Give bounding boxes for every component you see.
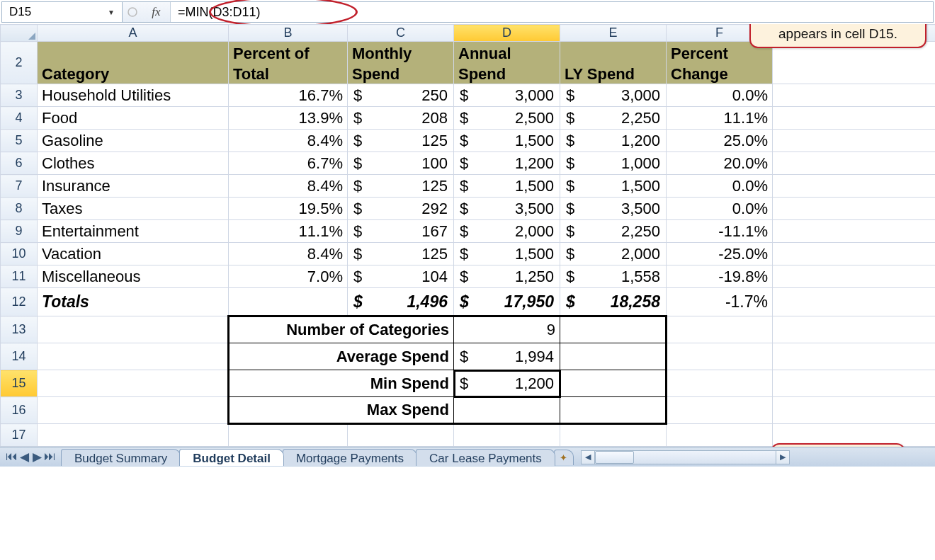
cell-E15[interactable] <box>560 370 667 397</box>
cell-A16[interactable] <box>38 397 229 424</box>
row-header-2[interactable]: 2 <box>1 42 38 84</box>
cell-G7[interactable] <box>773 175 936 198</box>
cell-G15[interactable] <box>773 370 936 397</box>
row-header-11[interactable]: 11 <box>1 265 38 288</box>
cell-A12[interactable]: Totals <box>38 288 229 316</box>
sheet-tab-budget-summary[interactable]: Budget Summary <box>61 449 181 466</box>
cell-A7[interactable]: Insurance <box>38 175 229 198</box>
cell-BC16[interactable]: Max Spend <box>229 397 454 424</box>
cell-A5[interactable]: Gasoline <box>38 130 229 152</box>
cell-B4[interactable]: 13.9% <box>229 107 348 130</box>
select-all-corner[interactable] <box>1 25 38 42</box>
cell-F7[interactable]: 0.0% <box>667 175 773 198</box>
cell-E13[interactable] <box>560 316 667 343</box>
cell-B8[interactable]: 19.5% <box>229 198 348 220</box>
cell-D15[interactable]: $1,200 <box>454 370 560 397</box>
cell-G4[interactable] <box>773 107 936 130</box>
cell-C2-top[interactable]: Monthly <box>348 42 454 63</box>
cell-D8[interactable]: $3,500 <box>454 198 560 220</box>
cell-F16[interactable] <box>667 397 773 424</box>
col-header-B[interactable]: B <box>229 25 348 42</box>
row-header-12[interactable]: 12 <box>1 288 38 316</box>
name-box-dropdown-icon[interactable]: ▼ <box>108 8 115 16</box>
cell-D9[interactable]: $2,000 <box>454 220 560 243</box>
tab-nav-prev-icon[interactable]: ◀ <box>18 450 30 464</box>
cell-F8[interactable]: 0.0% <box>667 198 773 220</box>
cell-B9[interactable]: 11.1% <box>229 220 348 243</box>
name-box[interactable]: D15 ▼ <box>2 2 123 22</box>
cell-B6[interactable]: 6.7% <box>229 152 348 175</box>
cell-D2-bot[interactable]: Spend <box>454 63 560 84</box>
cell-A14[interactable] <box>38 343 229 370</box>
row-header-8[interactable]: 8 <box>1 198 38 220</box>
cell-G10[interactable] <box>773 243 936 265</box>
cell-D16[interactable] <box>454 397 560 424</box>
cell-F9[interactable]: -11.1% <box>667 220 773 243</box>
cell-C17[interactable] <box>348 424 454 447</box>
cell-G8[interactable] <box>773 198 936 220</box>
cell-A3[interactable]: Household Utilities <box>38 84 229 107</box>
hscroll-left-icon[interactable]: ◀ <box>581 450 595 464</box>
tab-nav-first-icon[interactable]: ⏮ <box>6 450 17 464</box>
cell-G11[interactable] <box>773 265 936 288</box>
cell-C8[interactable]: $292 <box>348 198 454 220</box>
cell-F11[interactable]: -19.8% <box>667 265 773 288</box>
cell-C7[interactable]: $125 <box>348 175 454 198</box>
cell-B2-bot[interactable]: Total <box>229 63 348 84</box>
cell-G16[interactable] <box>773 397 936 424</box>
new-sheet-button[interactable]: ✦ <box>554 450 574 465</box>
cell-A6[interactable]: Clothes <box>38 152 229 175</box>
cell-B7[interactable]: 8.4% <box>229 175 348 198</box>
sheet-tab-car-lease-payments[interactable]: Car Lease Payments <box>416 449 555 466</box>
cell-G13[interactable] <box>773 316 936 343</box>
row-header-13[interactable]: 13 <box>1 316 38 343</box>
row-header-9[interactable]: 9 <box>1 220 38 243</box>
tab-nav-next-icon[interactable]: ▶ <box>31 450 42 464</box>
cell-D6[interactable]: $1,200 <box>454 152 560 175</box>
cell-A10[interactable]: Vacation <box>38 243 229 265</box>
cell-C5[interactable]: $125 <box>348 130 454 152</box>
cell-G3[interactable] <box>773 84 936 107</box>
cell-E2-bot[interactable]: LY Spend <box>560 63 667 84</box>
cell-D13[interactable]: 9 <box>454 316 560 343</box>
cell-B11[interactable]: 7.0% <box>229 265 348 288</box>
row-header-5[interactable]: 5 <box>1 130 38 152</box>
cell-D2-top[interactable]: Annual <box>454 42 560 63</box>
cell-BC15[interactable]: Min Spend <box>229 370 454 397</box>
cell-E7[interactable]: $1,500 <box>560 175 667 198</box>
col-header-C[interactable]: C <box>348 25 454 42</box>
cell-E3[interactable]: $3,000 <box>560 84 667 107</box>
formula-input[interactable]: =MIN(D3:D11) <box>171 2 933 22</box>
cell-E4[interactable]: $2,250 <box>560 107 667 130</box>
cancel-formula-icon[interactable] <box>123 2 142 22</box>
hscroll-right-icon[interactable]: ▶ <box>776 450 790 464</box>
row-header-3[interactable]: 3 <box>1 84 38 107</box>
cell-D14[interactable]: $1,994 <box>454 343 560 370</box>
cell-G14[interactable] <box>773 343 936 370</box>
cell-C6[interactable]: $100 <box>348 152 454 175</box>
cell-B12[interactable] <box>229 288 348 316</box>
cell-D7[interactable]: $1,500 <box>454 175 560 198</box>
hscroll-thumb[interactable] <box>595 451 634 464</box>
spreadsheet-grid[interactable]: A B C D E F G 2 Category Percent of Mont… <box>0 24 935 447</box>
cell-E9[interactable]: $2,250 <box>560 220 667 243</box>
cell-A9[interactable]: Entertainment <box>38 220 229 243</box>
cell-E12[interactable]: $18,258 <box>560 288 667 316</box>
row-header-10[interactable]: 10 <box>1 243 38 265</box>
row-header-6[interactable]: 6 <box>1 152 38 175</box>
cell-B3[interactable]: 16.7% <box>229 84 348 107</box>
cell-F3[interactable]: 0.0% <box>667 84 773 107</box>
cell-A8[interactable]: Taxes <box>38 198 229 220</box>
cell-C2-bot[interactable]: Spend <box>348 63 454 84</box>
cell-C3[interactable]: $250 <box>348 84 454 107</box>
col-header-E[interactable]: E <box>560 25 667 42</box>
cell-A4[interactable]: Food <box>38 107 229 130</box>
cell-A2[interactable]: Category <box>38 42 229 84</box>
col-header-A[interactable]: A <box>38 25 229 42</box>
cell-F10[interactable]: -25.0% <box>667 243 773 265</box>
sheet-tab-mortgage-payments[interactable]: Mortgage Payments <box>283 449 417 466</box>
row-header-4[interactable]: 4 <box>1 107 38 130</box>
cell-D12[interactable]: $17,950 <box>454 288 560 316</box>
cell-C10[interactable]: $125 <box>348 243 454 265</box>
col-header-D[interactable]: D <box>454 25 560 42</box>
